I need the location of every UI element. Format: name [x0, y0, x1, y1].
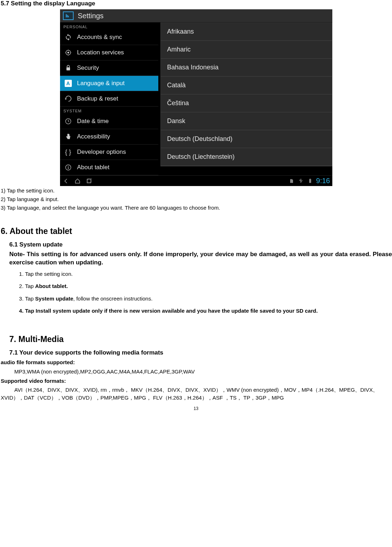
language-option[interactable]: Čeština [161, 94, 332, 112]
list-item-text: , follow the onscreen instructions. [73, 296, 153, 302]
sidebar-item-label: Developer options [77, 148, 126, 156]
sidebar-item-label: Accessibility [77, 133, 110, 140]
svg-rect-10 [309, 179, 311, 179]
settings-sidebar: PERSONAL Accounts & sync Location servic… [60, 23, 158, 175]
hand-icon [64, 133, 72, 141]
sidebar-item-about[interactable]: About tablet [60, 160, 158, 175]
svg-rect-7 [87, 179, 91, 183]
language-option[interactable]: Afrikaans [161, 23, 332, 41]
system-section-label: SYSTEM [60, 107, 158, 114]
page-number: 13 [0, 406, 392, 411]
audio-label-text: audio file formats supported: [1, 359, 75, 365]
braces-icon: { } [64, 148, 72, 156]
backup-icon [64, 95, 72, 103]
sidebar-item-backup[interactable]: Backup & reset [60, 91, 158, 107]
svg-point-5 [68, 166, 69, 167]
sidebar-item-accessibility[interactable]: Accessibility [60, 129, 158, 145]
sidebar-item-label: Accounts & sync [77, 34, 122, 41]
sidebar-item-date[interactable]: Date & time [60, 114, 158, 129]
sidebar-item-security[interactable]: Security [60, 60, 158, 76]
svg-point-0 [67, 52, 69, 54]
list-item-text: Tap [25, 283, 35, 289]
list-item-bold: About tablet. [35, 283, 68, 289]
personal-section-label: PERSONAL [60, 23, 158, 30]
svg-rect-6 [68, 167, 69, 169]
android-navbar: 9:16 [60, 175, 332, 186]
sidebar-item-location[interactable]: Location services [60, 45, 158, 60]
section-6-1-heading: 6.1 System update [9, 241, 392, 248]
section-7-1-heading: 7.1 Your device supports the following m… [9, 349, 392, 356]
section-6-note: Note- This setting is for advanced users… [9, 250, 392, 267]
back-nav-icon[interactable] [62, 177, 70, 185]
instruction-step: 3) Tap language, and select the language… [1, 204, 392, 212]
settings-title: Settings [78, 12, 104, 20]
section-6-steps: Tap the setting icon. Tap About tablet. … [25, 270, 392, 314]
battery-icon [307, 178, 313, 184]
list-item-bold: System update [35, 296, 73, 302]
instruction-step: 1) Tap the setting icon. [1, 187, 392, 195]
language-a-icon: A [64, 79, 72, 87]
svg-rect-2 [66, 67, 70, 70]
language-option[interactable]: Deutsch (Liechtenstein) [161, 148, 332, 166]
sidebar-item-label: Backup & reset [77, 95, 118, 102]
usb-icon [298, 178, 304, 184]
list-item: Tap About tablet. [25, 283, 392, 290]
list-item-text: Tap the setting icon. [25, 271, 73, 277]
sidebar-item-accounts[interactable]: Accounts & sync [60, 30, 158, 45]
language-option[interactable]: Dansk [161, 112, 332, 130]
lock-icon [64, 64, 72, 72]
sd-card-icon [288, 178, 295, 184]
section-7-heading: 7. Multi-Media [9, 334, 392, 344]
svg-rect-9 [309, 179, 311, 183]
list-item: Tap the setting icon. [25, 270, 392, 278]
recent-nav-icon[interactable] [85, 177, 93, 185]
info-icon [64, 163, 72, 171]
list-item-text: Tap [25, 296, 35, 302]
sync-icon [64, 33, 72, 41]
language-list-panel: Afrikaans Amharic Bahasa Indonesia Catal… [158, 23, 332, 175]
android-titlebar: Settings [60, 9, 332, 23]
video-formats-list: AVI（H.264、DIVX、DIVX、XVID), rm，rmvb， MKV（… [1, 386, 392, 402]
clock-display: 9:16 [316, 177, 330, 185]
language-option[interactable]: Català [161, 77, 332, 94]
list-item: Tap Install system update only if there … [25, 307, 392, 314]
clock-icon [64, 117, 72, 125]
list-item: Tap System update, follow the onscreen i… [25, 295, 392, 302]
audio-formats-list: MP3,WMA (non encrypted),MP2,OGG,AAC,M4A,… [14, 368, 392, 376]
audio-formats-label: audio file formats supported: [1, 358, 392, 366]
language-option[interactable]: Amharic [161, 41, 332, 59]
language-option[interactable]: Bahasa Indonesia [161, 59, 332, 77]
sidebar-item-label: Date & time [77, 118, 109, 125]
section-6-heading: 6. About the tablet [1, 226, 392, 236]
home-nav-icon[interactable] [74, 177, 81, 185]
sidebar-item-label: Language & input [77, 80, 125, 87]
section-5-7-title: 5.7 Setting the display Language [1, 0, 392, 7]
android-screenshot: Settings PERSONAL Accounts & sync Locati… [0, 9, 392, 186]
video-formats-label: Supported video formats: [1, 377, 392, 385]
section-5-7-instructions: 1) Tap the setting icon. 2) Tap language… [1, 187, 392, 211]
location-icon [64, 49, 72, 57]
sidebar-item-label: Location services [77, 49, 124, 56]
sidebar-item-language[interactable]: A Language & input [60, 76, 158, 91]
sidebar-item-label: About tablet [77, 164, 110, 171]
instruction-step: 2) Tap language & input. [1, 195, 392, 203]
list-item-text: Tap Install system update only if there … [25, 308, 318, 314]
language-option[interactable]: Deutsch (Deutschland) [161, 130, 332, 148]
video-label-text: Supported video formats: [1, 378, 66, 384]
sidebar-item-label: Security [77, 64, 99, 72]
sidebar-item-developer[interactable]: { } Developer options [60, 145, 158, 160]
settings-app-icon[interactable] [63, 11, 74, 20]
